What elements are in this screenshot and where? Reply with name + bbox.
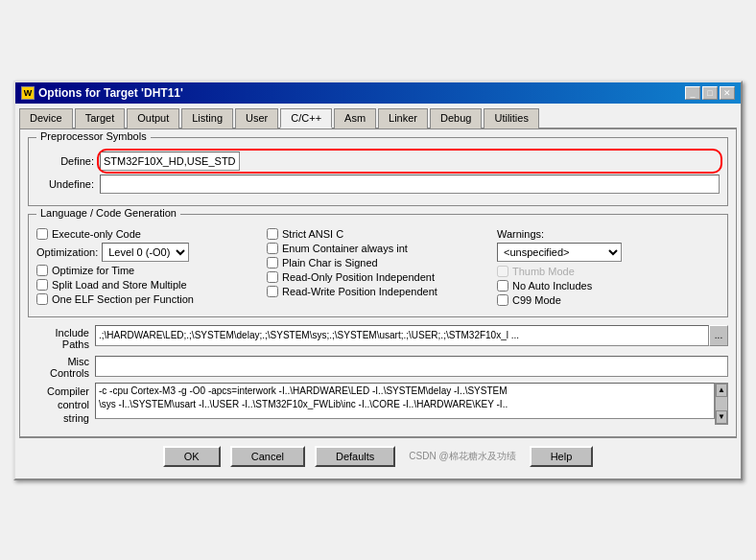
tab-debug[interactable]: Debug: [430, 108, 482, 128]
bottom-bar: OK Cancel Defaults CSDN @棉花糖水及功绩 Help: [19, 437, 737, 475]
thumb-mode-checkbox[interactable]: [497, 266, 508, 277]
enum-container-row: Enum Container always int: [267, 243, 489, 254]
define-wrapper: [100, 152, 720, 171]
define-input[interactable]: [100, 152, 240, 171]
split-load-row: Split Load and Store Multiple: [36, 279, 259, 291]
title-bar-left: W Options for Target 'DHT11': [21, 86, 183, 100]
enum-container-label: Enum Container always int: [282, 243, 408, 254]
read-only-pos-checkbox[interactable]: [267, 271, 278, 283]
one-elf-label: One ELF Section per Function: [52, 293, 194, 305]
tab-output[interactable]: Output: [127, 108, 179, 128]
app-icon: W: [21, 86, 35, 100]
optimization-label: Optimization:: [36, 246, 98, 258]
tab-asm[interactable]: Asm: [334, 108, 376, 128]
include-paths-label: Include Paths: [28, 325, 95, 350]
compiler-line2: \sys -I..\SYSTEM\usart -I..\USER -I..\ST…: [99, 398, 711, 411]
compiler-scroll-up[interactable]: ▲: [716, 384, 727, 397]
title-buttons: _ □ ✕: [685, 86, 735, 100]
close-button[interactable]: ✕: [720, 86, 735, 100]
tab-cpp[interactable]: C/C++: [280, 108, 332, 128]
optimize-time-checkbox[interactable]: [36, 265, 48, 276]
code-gen-col-mid: Strict ANSI C Enum Container always int …: [267, 228, 489, 309]
split-load-label: Split Load and Store Multiple: [52, 279, 187, 291]
include-paths-row: Include Paths .;\HARDWARE\LED;.;\SYSTEM\…: [28, 325, 728, 350]
misc-controls-row: Misc Controls: [28, 354, 728, 379]
misc-controls-input[interactable]: [95, 356, 728, 377]
window-content: Device Target Output Listing User C/C++ …: [15, 104, 741, 478]
define-label: Define:: [36, 155, 94, 167]
read-only-pos-row: Read-Only Position Independent: [267, 271, 489, 283]
main-window: W Options for Target 'DHT11' _ □ ✕ Devic…: [13, 81, 743, 480]
compiler-line1: -c -cpu Cortex-M3 -g -O0 -apcs=interwork…: [99, 385, 711, 398]
defaults-button[interactable]: Defaults: [315, 446, 395, 467]
c99-mode-label: C99 Mode: [512, 294, 561, 306]
minimize-button[interactable]: _: [685, 86, 700, 100]
strict-ansi-row: Strict ANSI C: [267, 228, 489, 240]
plain-char-row: Plain Char is Signed: [267, 257, 489, 268]
split-load-checkbox[interactable]: [36, 279, 48, 291]
compiler-scroll-down[interactable]: ▼: [716, 410, 727, 424]
tab-linker[interactable]: Linker: [378, 108, 428, 128]
optimization-row: Optimization: Level 0 (-O0): [36, 243, 259, 262]
c99-mode-row: C99 Mode: [497, 294, 720, 306]
code-gen-content: Execute-only Code Optimization: Level 0 …: [36, 228, 720, 309]
read-write-pos-label: Read-Write Position Independent: [282, 286, 437, 297]
warnings-label: Warnings:: [497, 228, 720, 240]
read-write-pos-checkbox[interactable]: [267, 286, 278, 297]
code-gen-col-right: Warnings: <unspecified> Thumb Mode: [497, 228, 720, 309]
tab-user[interactable]: User: [235, 108, 278, 128]
include-paths-value: .;\HARDWARE\LED;.;\SYSTEM\delay;.;\SYSTE…: [99, 330, 519, 340]
one-elf-row: One ELF Section per Function: [36, 293, 259, 305]
plain-char-checkbox[interactable]: [267, 257, 278, 268]
enum-container-checkbox[interactable]: [267, 243, 278, 254]
tab-target[interactable]: Target: [75, 108, 126, 128]
undefine-input[interactable]: [100, 175, 720, 194]
compiler-scrollbar: ▲ ▼: [715, 383, 728, 425]
tab-device[interactable]: Device: [19, 108, 73, 128]
strict-ansi-checkbox[interactable]: [267, 228, 278, 240]
undefine-label: Undefine:: [36, 178, 94, 190]
tab-panel-cpp: Preprocessor Symbols Define: Undefine: L…: [19, 129, 737, 437]
include-paths-input[interactable]: .;\HARDWARE\LED;.;\SYSTEM\delay;.;\SYSTE…: [95, 325, 709, 346]
c99-mode-checkbox[interactable]: [497, 294, 508, 306]
execute-only-label: Execute-only Code: [52, 228, 141, 240]
compiler-label: Compiler control string: [28, 383, 95, 425]
ok-button[interactable]: OK: [163, 446, 221, 467]
compiler-input[interactable]: -c -cpu Cortex-M3 -g -O0 -apcs=interwork…: [95, 383, 715, 419]
undefine-row: Undefine:: [36, 175, 720, 194]
window-title: Options for Target 'DHT11': [38, 86, 183, 100]
execute-only-checkbox[interactable]: [36, 228, 48, 240]
tab-listing[interactable]: Listing: [181, 108, 233, 128]
define-row: Define:: [36, 152, 720, 171]
tab-bar: Device Target Output Listing User C/C++ …: [19, 107, 737, 129]
language-label: Language / Code Generation: [36, 207, 180, 219]
cancel-button[interactable]: Cancel: [230, 446, 305, 467]
optimization-select[interactable]: Level 0 (-O0): [102, 243, 189, 262]
execute-only-row: Execute-only Code: [36, 228, 259, 240]
preprocessor-label: Preprocessor Symbols: [36, 130, 151, 142]
optimize-time-label: Optimize for Time: [52, 265, 134, 276]
preprocessor-group: Preprocessor Symbols Define: Undefine:: [28, 137, 728, 206]
thumb-mode-label: Thumb Mode: [512, 266, 575, 277]
no-auto-includes-row: No Auto Includes: [497, 280, 720, 292]
read-write-pos-row: Read-Write Position Independent: [267, 286, 489, 297]
compiler-row: Compiler control string -c -cpu Cortex-M…: [28, 383, 728, 425]
no-auto-includes-checkbox[interactable]: [497, 280, 508, 292]
strict-ansi-label: Strict ANSI C: [282, 228, 343, 240]
no-auto-includes-label: No Auto Includes: [512, 280, 592, 292]
thumb-mode-row: Thumb Mode: [497, 266, 720, 277]
misc-controls-label: Misc Controls: [28, 354, 95, 379]
code-gen-col-left: Execute-only Code Optimization: Level 0 …: [36, 228, 259, 309]
watermark: CSDN @棉花糖水及功绩: [409, 450, 515, 463]
plain-char-label: Plain Char is Signed: [282, 257, 378, 268]
include-paths-browse-button[interactable]: ...: [709, 325, 728, 346]
optimize-time-row: Optimize for Time: [36, 265, 259, 276]
tab-utilities[interactable]: Utilities: [484, 108, 538, 128]
warnings-select[interactable]: <unspecified>: [497, 243, 622, 262]
maximize-button[interactable]: □: [702, 86, 718, 100]
title-bar: W Options for Target 'DHT11' _ □ ✕: [15, 82, 741, 104]
one-elf-checkbox[interactable]: [36, 293, 48, 305]
read-only-pos-label: Read-Only Position Independent: [282, 271, 435, 283]
help-button[interactable]: Help: [530, 446, 594, 467]
language-group: Language / Code Generation Execute-only …: [28, 214, 728, 317]
